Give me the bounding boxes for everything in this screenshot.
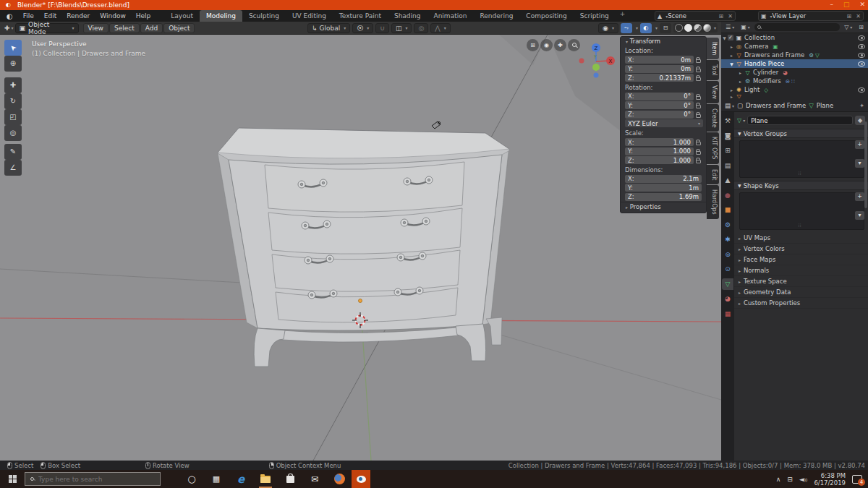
tab-physics[interactable]: ⊚ [722, 249, 733, 260]
tab-compositing[interactable]: Compositing [519, 10, 573, 22]
view-layer-selector[interactable]: ▣ ▾ View Layer ⊞ ✕ [758, 11, 864, 21]
location-z-field[interactable]: Z:0.21337m [625, 74, 694, 82]
outliner-search[interactable] [754, 23, 840, 31]
eye-icon[interactable] [858, 44, 865, 49]
tab-modeling[interactable]: Modeling [200, 10, 242, 22]
object-menu[interactable]: Object [163, 23, 195, 33]
pin-icon[interactable]: ✦ [859, 102, 864, 109]
shape-keys-list[interactable]: + ▾ ⁝⁝ [739, 192, 864, 230]
eye-icon[interactable] [858, 53, 865, 58]
gizmos-toggle[interactable]: ⥊ [621, 23, 632, 33]
visibility-dropdown[interactable]: ◉▾ [598, 23, 618, 33]
close-button[interactable]: ✕ [859, 1, 865, 8]
taskbar-search[interactable] [25, 472, 161, 486]
toggle-perspective-button[interactable]: ⊞ [527, 39, 539, 51]
search-input[interactable] [38, 476, 140, 483]
rotation-mode-dropdown[interactable]: XYZ Euler▾ [625, 119, 703, 127]
scene-selector[interactable]: ▲ ▾ Scene ⊞ ✕ [655, 11, 736, 21]
firefox-icon[interactable] [330, 470, 349, 488]
view-layer-name[interactable]: View Layer [773, 12, 845, 20]
shape-keys-header[interactable]: ▼Shape Keys [734, 181, 868, 190]
add-menu[interactable]: Add [140, 23, 163, 33]
tool-move[interactable]: ✚ [4, 77, 22, 93]
new-collection-button[interactable]: ⊞ [856, 24, 866, 30]
tab-world[interactable]: ● [722, 189, 733, 201]
outliner-row-modifiers[interactable]: ▸⚙ Modifiers ⊝ ∷ [721, 77, 868, 85]
eye-icon[interactable] [858, 35, 865, 40]
pivot-point-dropdown[interactable]: ⦿▾ [352, 23, 373, 33]
lock-icon[interactable] [694, 111, 703, 118]
outliner-row-collection[interactable]: ▼✓ ▣ Collection [721, 33, 868, 42]
falloff-dropdown[interactable]: ⋀▾ [430, 23, 450, 33]
scale-x-field[interactable]: X:1.000 [625, 138, 694, 146]
lock-icon[interactable] [694, 56, 703, 63]
rendered-shading-button[interactable] [703, 24, 711, 32]
panel-geometry-data[interactable]: ▸Geometry Data [734, 287, 868, 298]
tab-shading[interactable]: Shading [388, 10, 427, 22]
outliner-row-cylinder[interactable]: ▸▽ Cylinder◕ [721, 68, 868, 77]
action-center-icon[interactable]: 4 [852, 475, 862, 484]
rotation-y-field[interactable]: Y:0° [625, 101, 694, 109]
datablock-name-field[interactable]: Plane [747, 116, 853, 125]
remove-scene-button[interactable]: ✕ [726, 13, 735, 20]
microsoft-store-icon[interactable] [281, 470, 299, 488]
lock-icon[interactable] [694, 93, 703, 100]
lock-icon[interactable] [694, 139, 703, 145]
panel-vertex-colors[interactable]: ▸Vertex Colors [734, 244, 868, 254]
dim-x-field[interactable]: X:2.1m [625, 175, 702, 183]
properties-scrollbar[interactable] [864, 121, 867, 208]
tab-animation[interactable]: Animation [427, 10, 474, 22]
new-scene-button[interactable]: ⊞ [717, 13, 726, 20]
tab-layout[interactable]: Layout [164, 10, 200, 22]
tab-view-layer[interactable]: ▤ [722, 160, 733, 171]
fake-user-shield-icon[interactable]: ◆ [855, 116, 865, 125]
maximize-button[interactable]: □ [843, 1, 850, 8]
blender-menu-icon[interactable]: ◐ [7, 12, 13, 20]
collection-checkbox[interactable]: ✓ [728, 35, 733, 40]
tab-tool[interactable]: ⚒ [722, 115, 733, 127]
xray-toggle[interactable]: ⊟ [660, 23, 671, 33]
npanel-tab-hardops[interactable]: HardOps [707, 185, 719, 219]
menu-help[interactable]: Help [131, 10, 156, 22]
menu-window[interactable]: Window [95, 10, 131, 22]
panel-face-maps[interactable]: ▸Face Maps [734, 254, 868, 265]
tab-particles[interactable]: ✱ [722, 234, 733, 245]
tab-object-data[interactable]: ▽ [722, 278, 733, 290]
minimize-button[interactable]: – [830, 1, 833, 8]
properties-editor-icon[interactable]: ▤▾ [725, 102, 734, 109]
lock-icon[interactable] [694, 157, 703, 163]
npanel-tab-create[interactable]: Create [707, 104, 719, 132]
cortana-button[interactable]: ○ [182, 470, 201, 488]
transform-panel-header[interactable]: ▾ Transform [621, 37, 706, 46]
tab-modifiers[interactable]: ⚙ [722, 219, 733, 231]
breadcrumb-object[interactable]: Drawers and Frame [746, 102, 806, 109]
3d-viewport[interactable]: User Perspective (1) Collection | Drawer… [0, 35, 721, 461]
proportional-edit-toggle[interactable]: ◎ [414, 23, 428, 33]
tab-scripting[interactable]: Scripting [574, 10, 616, 22]
tab-render[interactable]: ◙ [722, 130, 733, 142]
tab-object[interactable]: ■ [722, 204, 733, 215]
lock-icon[interactable] [694, 66, 703, 72]
tool-transform[interactable]: ◎ [4, 125, 22, 141]
blender-taskbar-icon[interactable] [352, 470, 370, 488]
new-view-layer-button[interactable]: ⊞ [845, 13, 854, 20]
material-shading-button[interactable] [694, 24, 702, 32]
dim-z-field[interactable]: Z:1.69m [625, 193, 702, 201]
pan-view-button[interactable]: ✚ [554, 39, 566, 51]
npanel-tab-item[interactable]: Item [707, 38, 719, 59]
vertex-groups-list[interactable]: + ▾ ⁝⁝ [739, 140, 864, 178]
lock-icon[interactable] [694, 74, 703, 81]
tab-texture[interactable]: ▦ [722, 308, 733, 320]
rotation-x-field[interactable]: X:0° [625, 93, 694, 100]
outliner-row-clipped[interactable]: ▸▽ [721, 94, 868, 98]
npanel-tab-edit[interactable]: Edit [707, 165, 719, 185]
tab-rendering[interactable]: Rendering [473, 10, 519, 22]
location-y-field[interactable]: Y:0m [625, 65, 694, 73]
outliner-editor-icon[interactable]: ☰▾ [723, 24, 736, 30]
npanel-tab-kitops[interactable]: KIT OPS [707, 132, 719, 163]
panel-custom-properties[interactable]: ▸Custom Properties [734, 298, 868, 309]
edge-icon[interactable]: e [231, 470, 250, 488]
outliner-row-handle-piece[interactable]: ▼▽ Handle Piece [721, 59, 868, 68]
tab-constraints[interactable]: ⊙ [722, 263, 733, 275]
tool-scale[interactable]: ◰ [4, 109, 22, 125]
